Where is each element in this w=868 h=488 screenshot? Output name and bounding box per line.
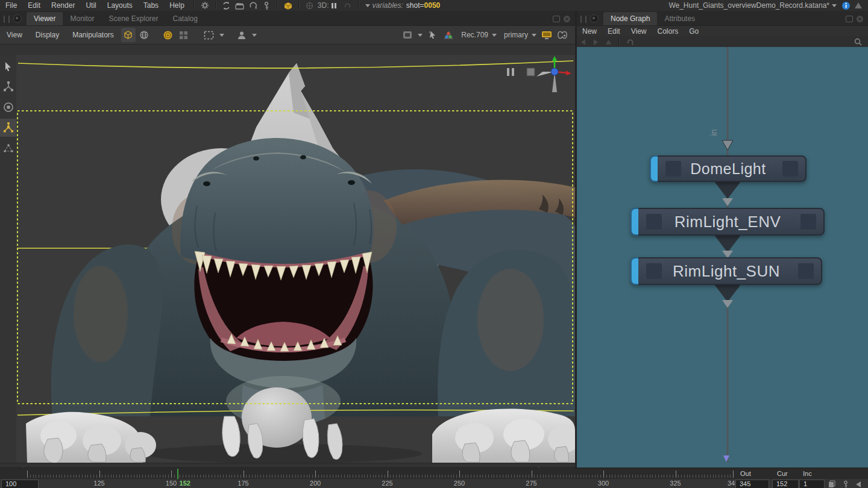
ruler-tick <box>396 475 397 478</box>
nodegraph-menu-new[interactable]: New <box>577 27 602 36</box>
rgb-triangle-icon[interactable] <box>441 28 456 42</box>
tab-catalog[interactable]: Catalog <box>166 12 205 25</box>
square-mode-caret-icon[interactable] <box>418 34 423 37</box>
tab-monitor[interactable]: Monitor <box>63 12 101 25</box>
viewport-render[interactable] <box>16 55 575 463</box>
variables-caret-icon[interactable] <box>365 4 370 7</box>
close-pane-icon[interactable] <box>857 16 863 22</box>
ruler-tick <box>600 475 601 478</box>
menu-file[interactable]: File <box>0 1 22 10</box>
pause-icon[interactable] <box>332 3 336 8</box>
sync-icon[interactable] <box>220 1 233 10</box>
select-cursor-icon[interactable] <box>0 57 16 75</box>
nav-up-icon[interactable] <box>606 40 612 44</box>
prev-frame-icon[interactable] <box>856 481 861 487</box>
maximize-pane-icon[interactable] <box>553 16 560 22</box>
ruler-tick <box>661 475 662 478</box>
in-field[interactable]: 100 <box>1 480 39 488</box>
gear-icon[interactable] <box>198 1 212 10</box>
nodegraph-menu-go[interactable]: Go <box>684 27 704 36</box>
playhead[interactable] <box>177 469 178 479</box>
square-mode-icon[interactable] <box>400 28 415 42</box>
ruler-tick <box>59 475 60 478</box>
viewer-menu-manipulators[interactable]: Manipulators <box>66 31 121 39</box>
ruler-tick <box>122 475 123 478</box>
refresh-icon[interactable] <box>623 37 637 47</box>
key-frame-icon[interactable] <box>843 480 849 488</box>
pane-drag-handle-icon[interactable] <box>580 16 587 23</box>
cur-field[interactable]: 152 <box>772 480 799 488</box>
ruler-tick <box>503 475 503 478</box>
tab-viewer[interactable]: Viewer <box>27 12 63 25</box>
ruler-tick <box>445 475 445 478</box>
node-graph-canvas[interactable]: in DomeLightRimLight_ENVRimLight_SUN <box>577 47 868 468</box>
variable-value[interactable]: 0050 <box>424 1 441 10</box>
clapperboard-icon[interactable] <box>233 1 247 10</box>
document-title[interactable]: We_Hunt_Giants_overviewDemo_Record.katan… <box>668 1 829 10</box>
node-rimlight-env[interactable]: RimLight_ENV <box>631 208 825 236</box>
node-rimlight-sun[interactable]: RimLight_SUN <box>631 257 822 285</box>
viewer-menu-display[interactable]: Display <box>29 31 66 39</box>
rotate-icon[interactable] <box>247 1 260 10</box>
goggles-icon[interactable] <box>555 28 570 42</box>
rotate-tool-icon[interactable] <box>0 98 16 116</box>
render-box-icon[interactable] <box>281 1 295 10</box>
scale-icon[interactable] <box>0 139 16 157</box>
gizmo-icon[interactable] <box>0 119 16 137</box>
menu-edit[interactable]: Edit <box>22 1 46 10</box>
monitor-icon[interactable] <box>539 28 554 42</box>
tab-scene-explorer[interactable]: Scene Explorer <box>101 12 165 25</box>
out-label: Out <box>740 470 751 477</box>
search-icon[interactable] <box>851 37 868 47</box>
document-title-caret-icon[interactable] <box>832 4 837 7</box>
menu-layouts[interactable]: Layouts <box>102 1 138 10</box>
channel-caret-icon[interactable] <box>532 34 536 37</box>
menu-tabs[interactable]: Tabs <box>138 1 164 10</box>
viewer-menu-view[interactable]: View <box>0 31 29 39</box>
input-port-label: in <box>709 130 719 136</box>
info-icon[interactable] <box>839 1 852 10</box>
globe-icon[interactable] <box>137 28 151 42</box>
close-pane-icon[interactable] <box>564 16 570 22</box>
ruler-tick <box>338 475 339 478</box>
inc-field[interactable]: 1 <box>799 480 825 488</box>
pane-pin-icon[interactable] <box>13 14 22 23</box>
nodegraph-menu-view[interactable]: View <box>626 27 652 36</box>
stop-button[interactable] <box>527 68 535 76</box>
node-domelight[interactable]: DomeLight <box>650 155 807 182</box>
snapshot-icon[interactable] <box>828 480 835 488</box>
ruler-tick <box>298 475 298 478</box>
nav-back-icon[interactable] <box>581 39 585 45</box>
ruler-tick <box>30 475 31 478</box>
menu-render[interactable]: Render <box>46 1 80 10</box>
tab-node-graph[interactable]: Node Graph <box>603 12 657 25</box>
ruler-tick <box>606 475 607 478</box>
menu-help[interactable]: Help <box>164 1 190 10</box>
person-icon[interactable] <box>234 28 249 42</box>
colorspace-caret-icon[interactable] <box>492 34 497 37</box>
ruler-tick <box>42 475 42 478</box>
nodegraph-menu-edit[interactable]: Edit <box>602 27 626 36</box>
channel-select[interactable]: primary <box>504 31 528 39</box>
translate-icon[interactable] <box>0 78 16 96</box>
tiles-icon[interactable] <box>177 28 191 42</box>
frame-ruler[interactable] <box>0 469 868 479</box>
person-caret-icon[interactable] <box>252 34 257 37</box>
cursor-flag-icon[interactable] <box>426 28 440 42</box>
variable-name[interactable]: shot <box>406 1 420 10</box>
pane-drag-handle-icon[interactable] <box>4 16 10 23</box>
marquee-icon[interactable] <box>202 28 216 42</box>
tab-attributes[interactable]: Attributes <box>657 12 702 25</box>
colorspace-select[interactable]: Rec.709 <box>461 31 488 39</box>
lens-icon[interactable] <box>161 28 175 42</box>
menu-util[interactable]: Util <box>80 1 101 10</box>
cube-icon[interactable] <box>121 28 136 42</box>
node-port <box>665 161 681 177</box>
nav-forward-icon[interactable] <box>594 39 598 45</box>
pane-pin-icon[interactable] <box>590 14 599 23</box>
maximize-pane-icon[interactable] <box>846 16 853 22</box>
key-icon[interactable] <box>260 1 273 10</box>
marquee-caret-icon[interactable] <box>219 34 224 37</box>
nodegraph-menu-colors[interactable]: Colors <box>652 27 684 36</box>
out-field[interactable]: 345 <box>735 480 769 488</box>
